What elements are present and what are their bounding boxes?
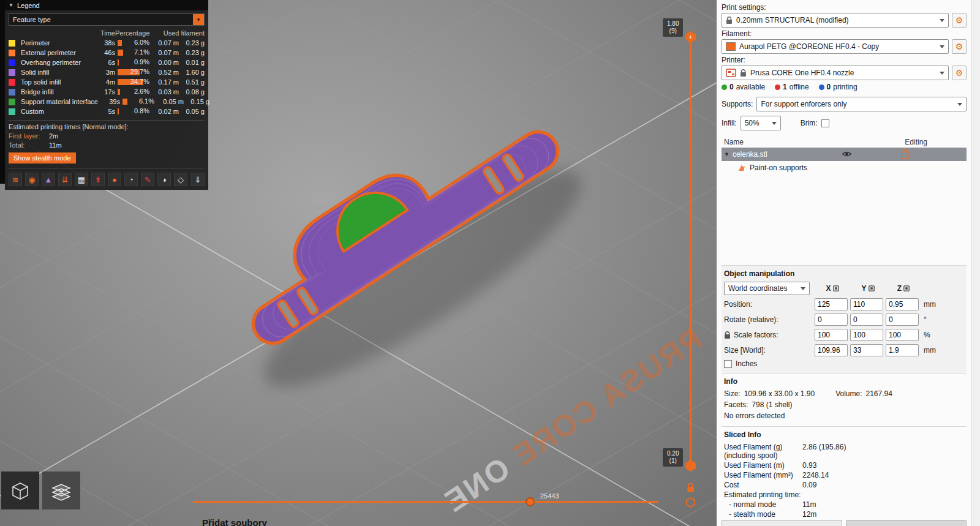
send-to-connect-button[interactable]: Send to Connect — [846, 520, 967, 526]
3d-editor-view-button[interactable] — [1, 472, 39, 509]
layers-icon — [48, 477, 75, 504]
moves-slider-handle[interactable] — [526, 497, 535, 506]
one-layer-mode-icon[interactable] — [685, 497, 696, 510]
layer-slider-track[interactable] — [690, 39, 692, 464]
position-y-input[interactable] — [850, 298, 883, 310]
custom-gcode-icon[interactable]: ✎ — [141, 173, 154, 186]
feature-used-g: 0.05 g — [179, 108, 205, 115]
sidebar-scrollbar[interactable] — [971, 0, 980, 526]
feature-label: Custom — [17, 108, 93, 115]
seams-icon[interactable]: ⇊ — [58, 173, 72, 186]
feature-used-g: 1.60 g — [179, 69, 205, 76]
infill-pattern-icon[interactable]: ▦ — [75, 173, 88, 186]
expand-chevron-icon[interactable]: ▼ — [724, 151, 729, 157]
estimated-time-icon[interactable]: ◔ — [124, 173, 138, 186]
feature-percent: 7.1% — [134, 48, 149, 56]
infill-label: Infill: — [722, 119, 737, 127]
scale-z-input[interactable] — [886, 329, 919, 341]
show-stealth-mode-button[interactable]: Show stealth mode — [9, 152, 76, 163]
paint-on-supports-item[interactable]: Paint-on supports — [722, 161, 967, 175]
printer-gear-button[interactable]: ⚙ — [952, 66, 967, 80]
supports-icon[interactable]: ▲ — [42, 173, 55, 186]
export-gcode-button[interactable]: Export G-code — [722, 520, 842, 526]
print-settings-gear-button[interactable]: ⚙ — [952, 13, 967, 28]
total-label: Total: — [9, 141, 45, 149]
bed-watermark: PRUSA CORE ONE — [437, 321, 708, 520]
rotate-label: Rotate (relative): — [724, 315, 778, 324]
shells-icon[interactable]: ◑ — [157, 173, 171, 186]
moves-slider-track[interactable] — [193, 501, 658, 503]
top-layer-height: 1.80 — [667, 20, 679, 28]
scale-row: Scale factors: % — [724, 329, 964, 341]
legend-titlebar[interactable]: ▼ Legend — [5, 0, 208, 10]
chevron-down-icon — [940, 45, 944, 48]
feature-percent-cell: 29.7% — [115, 67, 151, 77]
preview-view-button[interactable] — [42, 472, 80, 509]
right-sidebar: Print settings: 0.20mm STRUCTURAL (modif… — [717, 0, 971, 526]
normal-mode-time: 11m — [802, 500, 816, 509]
brim-checkbox[interactable] — [821, 119, 829, 127]
feature-color-swatch — [9, 40, 15, 47]
wireframe-icon[interactable]: ◇ — [174, 173, 187, 186]
printer-status-row: 0 available 1 offline 0 printing — [722, 83, 967, 91]
rotate-y-input[interactable] — [850, 314, 883, 326]
supports-select[interactable]: For support enforcers only — [756, 97, 967, 111]
feature-color-swatch — [9, 108, 15, 115]
legend-panel: ▼ Legend Feature type ▼ Time Percentage … — [5, 0, 208, 190]
position-x-input[interactable] — [815, 298, 848, 310]
position-z-input[interactable] — [886, 298, 919, 310]
retractions-icon[interactable]: ⇟ — [91, 173, 105, 186]
sliced-info-panel: Sliced Info Used Filament (g)(including … — [722, 426, 967, 520]
feature-time: 3m — [93, 69, 115, 76]
object-row-celenka[interactable]: ▼ celenka.stl — [722, 148, 967, 161]
first-layer-value: 2m — [49, 132, 58, 140]
paint-on-supports-icon — [737, 163, 746, 172]
infill-select[interactable]: 50% — [741, 116, 781, 130]
filament-select[interactable]: Aurapol PETG @COREONE HF0.4 - Copy — [722, 39, 949, 54]
travels-icon[interactable]: ◉ — [25, 173, 39, 186]
rotate-unit: ° — [924, 315, 927, 324]
object-manipulation-title: Object manipulation — [724, 269, 964, 278]
inches-checkbox[interactable] — [724, 360, 732, 368]
used-filament-g-value: 2.86 (195.86) — [802, 443, 846, 460]
place-on-bed-icon[interactable]: ⇓ — [191, 173, 205, 186]
bottom-layer-index: (1) — [667, 457, 679, 465]
visibility-eye-icon[interactable] — [842, 150, 852, 160]
col-used-filament: Used filament — [151, 29, 205, 37]
axis-header-x: X — [815, 284, 850, 293]
feature-type-select[interactable]: Feature type ▼ — [9, 13, 205, 26]
edit-object-icon[interactable] — [900, 149, 909, 161]
feature-color-swatch — [9, 79, 15, 86]
scale-x-input[interactable] — [815, 329, 848, 341]
dropdown-arrow-icon[interactable]: ▼ — [193, 14, 204, 25]
moves-slider-value: 25443 — [540, 492, 559, 500]
coordinate-system-select[interactable]: World coordinates — [724, 282, 810, 295]
rotate-x-input[interactable] — [815, 314, 848, 326]
rotate-z-input[interactable] — [886, 314, 919, 326]
chevron-down-icon — [772, 122, 777, 125]
size-z-input[interactable] — [886, 344, 919, 356]
total-value: 11m — [49, 141, 62, 149]
print-settings-select[interactable]: 0.20mm STRUCTURAL (modified) — [722, 13, 949, 28]
scale-y-input[interactable] — [850, 329, 883, 341]
legend-row: Support material interface 39s 6.1% 0.05… — [9, 97, 205, 107]
legend-row: External perimeter 46s 7.1% 0.07 m 0.23 … — [9, 48, 205, 58]
legend-row: Bridge infill 17s 2.6% 0.03 m 0.08 g — [9, 87, 205, 97]
uniform-scale-lock-icon[interactable] — [724, 331, 731, 339]
inches-label: Inches — [736, 359, 757, 368]
color-changes-icon[interactable]: ● — [108, 173, 121, 186]
printer-select[interactable]: Prusa CORE One HF0.4 nozzle — [722, 66, 949, 80]
extrusions-icon[interactable]: ≋ — [9, 173, 22, 186]
slider-lock-icon[interactable] — [686, 483, 695, 495]
legend-row: Solid infill 3m 29.7% 0.52 m 1.60 g — [9, 67, 205, 77]
size-x-input[interactable] — [815, 344, 848, 356]
filament-gear-button[interactable]: ⚙ — [952, 39, 967, 54]
feature-color-swatch — [9, 89, 15, 96]
size-y-input[interactable] — [850, 344, 883, 356]
3d-viewport[interactable]: PRUSA CORE ONE ▼ Legend — [0, 0, 717, 526]
offline-word: offline — [790, 83, 809, 91]
axis-y-icon — [869, 285, 875, 291]
percent-bar — [118, 89, 120, 95]
feature-used-g: 0.51 g — [179, 78, 205, 86]
model-shadow — [242, 140, 603, 418]
